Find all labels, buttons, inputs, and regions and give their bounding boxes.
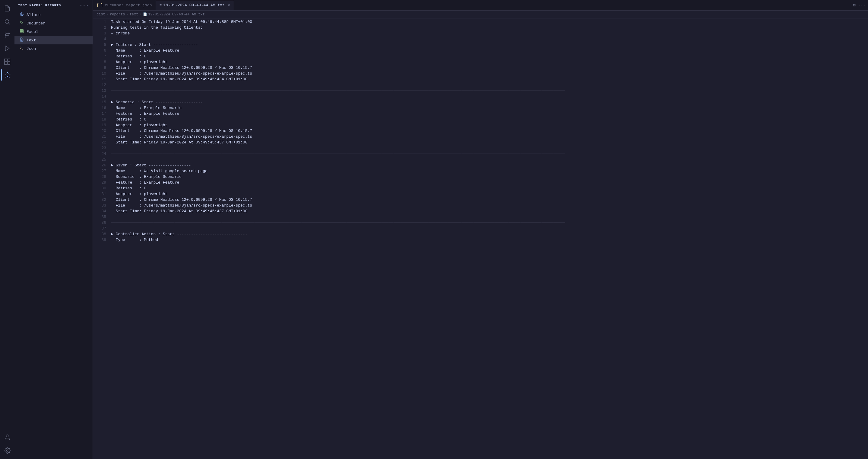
- line-number: 28: [95, 175, 106, 179]
- line-number: 38: [95, 232, 106, 236]
- json-icon: [19, 46, 24, 51]
- breadcrumb-file-icon: 📄: [143, 12, 147, 16]
- line-number: 35: [95, 215, 106, 219]
- line-number: 19: [95, 123, 106, 127]
- line-number: 24: [95, 151, 106, 156]
- split-editor-icon[interactable]: ⊟: [853, 3, 855, 8]
- activity-bar: [0, 0, 14, 459]
- line-number: 20: [95, 128, 106, 133]
- line-number: 27: [95, 169, 106, 173]
- editor-line: 30 Retries : 0: [93, 186, 868, 192]
- json-file-icon: { }: [96, 3, 103, 7]
- line-content: Feature : Example Feature: [111, 180, 179, 185]
- svg-point-11: [6, 435, 8, 437]
- line-number: 8: [95, 60, 106, 64]
- run-icon[interactable]: [1, 42, 13, 54]
- line-content: Adapter : playwright: [111, 60, 167, 64]
- sidebar-item-cucumber[interactable]: Cucumber: [14, 19, 93, 27]
- plugin-icon[interactable]: [1, 69, 13, 81]
- editor-line: 25: [93, 157, 868, 163]
- line-number: 21: [95, 134, 106, 139]
- breadcrumb-text[interactable]: text: [130, 12, 138, 17]
- line-number: 37: [95, 226, 106, 231]
- line-number: 1: [95, 20, 106, 24]
- extensions-icon[interactable]: [1, 56, 13, 68]
- line-number: 34: [95, 209, 106, 213]
- editor-line: 2Running tests in the following Clients:: [93, 25, 868, 31]
- line-content: Name : Example Scenario: [111, 106, 182, 110]
- line-content: Retries : 0: [111, 54, 146, 59]
- svg-rect-8: [4, 62, 7, 64]
- line-number: 14: [95, 94, 106, 99]
- source-control-icon[interactable]: [1, 29, 13, 41]
- tab-text-report[interactable]: ≡ 19-01-2024 09-49-44 AM.txt ×: [156, 0, 234, 10]
- allure-icon: [19, 12, 24, 18]
- svg-rect-6: [4, 59, 7, 61]
- breadcrumb: dist › reports › text › 📄 19-01-2024 09-…: [93, 10, 868, 19]
- more-actions-icon[interactable]: ···: [858, 3, 866, 7]
- line-content: Retries : 0: [111, 117, 146, 122]
- cucumber-icon: [19, 21, 24, 26]
- breadcrumb-sep-2: ›: [126, 12, 128, 17]
- editor-line: 39 Type : Method: [93, 238, 868, 243]
- line-number: 25: [95, 157, 106, 162]
- tab-close-button[interactable]: ×: [228, 3, 230, 8]
- line-number: 12: [95, 83, 106, 87]
- line-content: Type : Method: [111, 238, 158, 242]
- editor-line: 8 Adapter : playwright: [93, 60, 868, 65]
- line-content: File : /Users/matthieu/8jan/src/specs/ex…: [111, 203, 252, 208]
- line-number: 9: [95, 65, 106, 70]
- line-number: 11: [95, 77, 106, 82]
- editor-line: 35: [93, 215, 868, 221]
- editor-line: 20 Client : Chrome Headless 120.0.6099.2…: [93, 128, 868, 134]
- line-number: 2: [95, 25, 106, 30]
- sidebar: TEST MAKER: REPORTS ··· Allure Cucumber: [14, 0, 93, 459]
- settings-icon[interactable]: [1, 444, 13, 457]
- editor-line: 23: [93, 146, 868, 151]
- editor-line: 37: [93, 226, 868, 232]
- editor-line: 26► Given : Start ------------------: [93, 163, 868, 169]
- sidebar-item-text[interactable]: Text: [14, 36, 93, 45]
- line-number: 32: [95, 198, 106, 202]
- svg-rect-16: [20, 30, 24, 33]
- line-number: 23: [95, 146, 106, 150]
- svg-rect-7: [7, 59, 10, 61]
- editor[interactable]: 1Task started On Friday 19-Jan-2024 At 0…: [93, 19, 868, 459]
- files-icon[interactable]: [1, 2, 13, 15]
- editor-line: 10 File : /Users/matthieu/8jan/src/specs…: [93, 71, 868, 77]
- svg-marker-5: [5, 46, 9, 51]
- line-content: Name : We Visit google search page: [111, 169, 208, 173]
- line-content: ► Feature : Start -------------------: [111, 42, 198, 47]
- json-label: Json: [27, 47, 36, 51]
- editor-line: 38► Controller Action : Start ----------…: [93, 232, 868, 238]
- excel-label: Excel: [27, 30, 38, 34]
- account-icon[interactable]: [1, 431, 13, 443]
- editor-line: 33 File : /Users/matthieu/8jan/src/specs…: [93, 203, 868, 209]
- line-number: 3: [95, 31, 106, 36]
- line-content: ► Given : Start ------------------: [111, 163, 191, 168]
- svg-point-4: [5, 36, 6, 37]
- breadcrumb-filename[interactable]: 19-01-2024 09-49-44 AM.txt: [148, 12, 205, 17]
- editor-line: 36──────────────────────────────────────…: [93, 221, 868, 226]
- breadcrumb-reports[interactable]: reports: [110, 12, 125, 17]
- editor-line: 17 Feature : Example Feature: [93, 111, 868, 117]
- editor-line: 3– chrome: [93, 31, 868, 37]
- search-icon[interactable]: [1, 16, 13, 28]
- editor-line: 9 Client : Chrome Headless 120.0.6099.28…: [93, 65, 868, 71]
- text-label: Text: [27, 38, 36, 42]
- editor-line: 21 File : /Users/matthieu/8jan/src/specs…: [93, 134, 868, 140]
- sidebar-menu-icon[interactable]: ···: [80, 3, 89, 8]
- sidebar-item-json[interactable]: Json: [14, 45, 93, 53]
- breadcrumb-dist[interactable]: dist: [96, 12, 105, 17]
- line-content: ► Controller Action : Start ------------…: [111, 232, 247, 236]
- sidebar-item-allure[interactable]: Allure: [14, 10, 93, 19]
- editor-line: 11 Start Time: Friday 19-Jan-2024 At 09:…: [93, 77, 868, 83]
- line-content: ────────────────────────────────────────…: [111, 88, 565, 93]
- sidebar-item-excel[interactable]: Excel: [14, 27, 93, 36]
- sidebar-header: TEST MAKER: REPORTS ···: [14, 0, 93, 10]
- editor-line: 18 Retries : 0: [93, 117, 868, 123]
- cucumber-label: Cucumber: [27, 21, 45, 26]
- tab-cucumber-report[interactable]: { } cucumber_report.json: [93, 0, 156, 10]
- line-number: 22: [95, 140, 106, 145]
- svg-point-12: [6, 450, 8, 452]
